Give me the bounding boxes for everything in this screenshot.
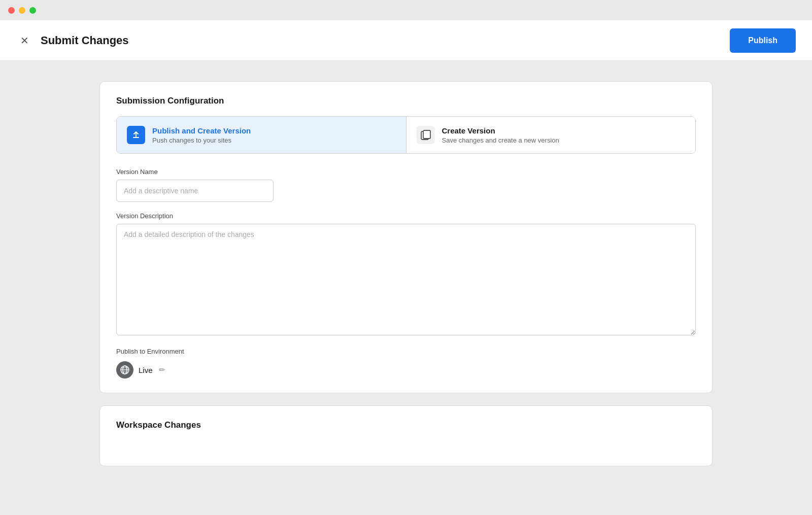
environment-label: Publish to Environment bbox=[116, 348, 696, 355]
create-version-icon bbox=[417, 126, 435, 144]
version-description-group: Version Description bbox=[116, 212, 696, 337]
workspace-changes-title: Workspace Changes bbox=[116, 420, 696, 430]
option-create-version[interactable]: Create Version Save changes and create a… bbox=[406, 117, 696, 153]
traffic-light-red[interactable] bbox=[8, 7, 15, 14]
workspace-changes-card: Workspace Changes bbox=[99, 405, 713, 466]
main-content: Submission Configuration Publish and Cre… bbox=[0, 61, 812, 515]
option-publish-and-create[interactable]: Publish and Create Version Push changes … bbox=[117, 117, 406, 153]
publish-create-description: Push changes to your sites bbox=[152, 136, 251, 144]
publish-create-text: Publish and Create Version Push changes … bbox=[152, 126, 251, 144]
version-name-group: Version Name bbox=[116, 168, 696, 202]
titlebar bbox=[0, 0, 812, 20]
header: ✕ Submit Changes Publish bbox=[0, 20, 812, 61]
submission-configuration-card: Submission Configuration Publish and Cre… bbox=[99, 81, 713, 393]
close-icon: ✕ bbox=[20, 35, 29, 47]
version-name-input[interactable] bbox=[116, 180, 274, 202]
environment-name: Live bbox=[139, 366, 153, 374]
create-version-description: Save changes and create a new version bbox=[442, 136, 559, 144]
environment-section: Publish to Environment Live ✏ bbox=[116, 348, 696, 379]
traffic-light-yellow[interactable] bbox=[19, 7, 25, 14]
publish-create-label: Publish and Create Version bbox=[152, 126, 251, 135]
create-version-label: Create Version bbox=[442, 126, 559, 135]
environment-icon bbox=[116, 361, 133, 379]
edit-environment-icon[interactable]: ✏ bbox=[159, 365, 165, 374]
submission-options: Publish and Create Version Push changes … bbox=[116, 116, 696, 154]
version-description-input[interactable] bbox=[116, 224, 696, 335]
version-name-label: Version Name bbox=[116, 168, 696, 176]
header-left: ✕ Submit Changes bbox=[16, 32, 129, 49]
page-title: Submit Changes bbox=[41, 34, 129, 47]
traffic-light-green[interactable] bbox=[29, 7, 36, 14]
close-button[interactable]: ✕ bbox=[16, 32, 32, 49]
publish-button[interactable]: Publish bbox=[730, 28, 796, 53]
create-version-text: Create Version Save changes and create a… bbox=[442, 126, 559, 144]
environment-item: Live ✏ bbox=[116, 361, 696, 379]
version-description-label: Version Description bbox=[116, 212, 696, 220]
submission-config-title: Submission Configuration bbox=[116, 96, 696, 106]
svg-rect-3 bbox=[423, 130, 430, 139]
publish-create-icon bbox=[127, 126, 145, 144]
